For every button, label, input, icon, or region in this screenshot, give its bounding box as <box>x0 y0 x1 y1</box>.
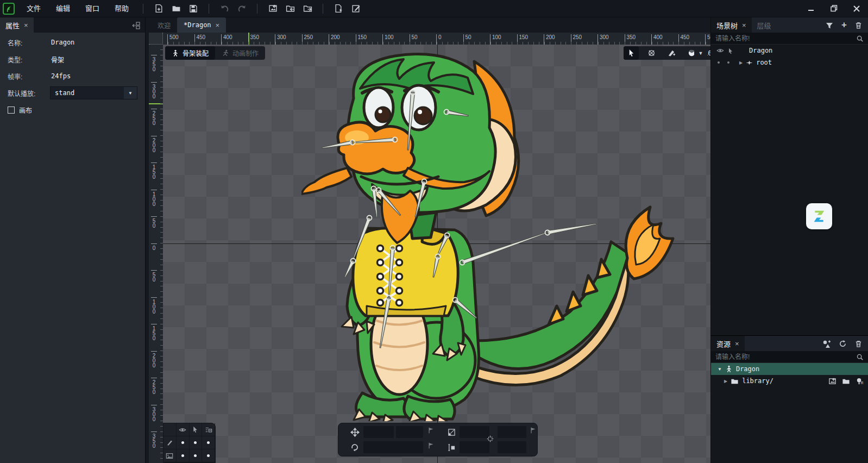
bone-joint[interactable] <box>444 110 449 115</box>
default-play-select[interactable]: stand ▼ <box>50 86 137 99</box>
tree-row-root[interactable]: ▶ root <box>711 57 868 68</box>
minimize-button[interactable] <box>800 0 822 17</box>
tab-hierarchy[interactable]: 层级 <box>752 17 777 33</box>
rotate-input[interactable] <box>363 441 423 453</box>
scale-key-flag-icon[interactable] <box>530 427 537 436</box>
bone-joint[interactable] <box>436 254 441 259</box>
tab-resources[interactable]: 资源 × <box>711 336 745 351</box>
close-icon[interactable]: × <box>216 21 220 29</box>
marquee-tool-button[interactable] <box>644 46 659 60</box>
resources-search-input[interactable] <box>715 353 856 361</box>
tab-welcome[interactable]: 欢迎 <box>151 17 177 33</box>
restore-button[interactable] <box>822 0 845 17</box>
bone-joint[interactable] <box>460 260 465 265</box>
bone-joint[interactable] <box>411 90 416 95</box>
export-button[interactable] <box>300 2 315 15</box>
bone-joint[interactable] <box>387 296 392 301</box>
refresh-icon[interactable] <box>839 339 847 348</box>
move-y-input[interactable] <box>396 426 423 438</box>
tree-row-dragon[interactable]: Dragon <box>711 45 868 57</box>
menu-window[interactable]: 窗口 <box>78 0 107 17</box>
close-icon[interactable]: × <box>742 21 746 29</box>
image-layer-icon[interactable] <box>163 449 177 462</box>
import-button[interactable] <box>283 2 297 15</box>
new-file-button[interactable] <box>152 2 166 15</box>
import-image-button[interactable] <box>266 2 280 15</box>
bone-joint[interactable] <box>350 140 355 145</box>
expander-icon[interactable]: ▼ <box>718 367 722 372</box>
bone-joint[interactable] <box>376 188 381 193</box>
ruler-corner[interactable] <box>149 33 163 45</box>
canvas-checkbox[interactable] <box>8 107 15 114</box>
save-button[interactable] <box>186 2 200 15</box>
scale-y-input[interactable] <box>498 426 526 438</box>
vertical-ruler[interactable]: 3503002502001501005005010015020025030035… <box>149 45 163 463</box>
bone-joint[interactable] <box>453 298 458 303</box>
brush-add-tool-button[interactable] <box>664 46 679 60</box>
list-settings-icon[interactable] <box>202 423 215 436</box>
search-icon[interactable] <box>856 34 864 43</box>
export-doc-button[interactable] <box>331 2 345 15</box>
expander-icon[interactable]: ▶ <box>739 60 743 65</box>
bone-layer-icon[interactable] <box>163 436 177 449</box>
app-logo-icon[interactable] <box>3 3 15 15</box>
shear-icon[interactable] <box>446 442 457 453</box>
open-file-button[interactable] <box>169 2 183 15</box>
move-icon[interactable] <box>349 427 360 437</box>
shear-y-input[interactable] <box>498 441 526 453</box>
delete-resource-icon[interactable] <box>854 339 863 348</box>
bone-joint[interactable] <box>545 230 550 235</box>
rotate-key-flag-icon[interactable] <box>427 442 435 452</box>
cursor-icon[interactable] <box>190 423 203 436</box>
resource-row-library[interactable]: ▶ library/ <box>711 375 868 387</box>
eye-icon[interactable] <box>177 423 190 436</box>
scale-icon[interactable] <box>446 427 457 437</box>
close-icon[interactable]: × <box>24 21 28 29</box>
shear-x-input[interactable] <box>460 441 489 453</box>
delete-node-icon[interactable] <box>854 20 863 30</box>
resource-row-dragon[interactable]: ▼ Dragon <box>711 363 868 375</box>
canvas-viewport[interactable]: 骨架装配 动画制作 100% ▼ <box>163 45 710 463</box>
image-selectable-toggle[interactable] <box>190 449 203 462</box>
locate-resource-icon[interactable] <box>856 377 864 385</box>
open-folder-icon[interactable] <box>842 377 850 385</box>
bone[interactable] <box>547 223 596 234</box>
scale-x-input[interactable] <box>460 426 489 438</box>
menu-help[interactable]: 帮助 <box>107 0 136 17</box>
image-option-toggle[interactable] <box>202 449 215 462</box>
lock-dot[interactable] <box>727 61 729 64</box>
bone-joint[interactable] <box>393 137 398 142</box>
rotate-icon[interactable] <box>349 442 360 453</box>
image-visible-toggle[interactable] <box>177 449 190 462</box>
bone-joint[interactable] <box>445 233 450 238</box>
menu-edit[interactable]: 编辑 <box>48 0 78 17</box>
redo-button[interactable] <box>235 2 249 15</box>
search-icon[interactable] <box>856 352 864 362</box>
chevron-down-icon[interactable]: ▼ <box>124 87 137 99</box>
tab-dragon[interactable]: *Dragon × <box>177 17 226 33</box>
close-button[interactable] <box>845 0 868 17</box>
filter-icon[interactable] <box>825 20 834 30</box>
horizontal-ruler[interactable]: 5004504003503002502001501005005010015020… <box>163 33 710 45</box>
undo-button[interactable] <box>217 2 231 15</box>
bone-joint[interactable] <box>351 259 356 264</box>
select-tool-button[interactable] <box>624 46 639 60</box>
add-resource-icon[interactable] <box>822 339 831 348</box>
move-key-flag-icon[interactable] <box>427 427 435 436</box>
bone-joint[interactable] <box>391 246 395 251</box>
bone-option-toggle[interactable] <box>202 436 215 449</box>
move-x-input[interactable] <box>363 426 394 438</box>
bone-joint[interactable] <box>422 179 427 184</box>
tab-properties[interactable]: 属性 × <box>0 17 34 33</box>
mode-rig-button[interactable]: 骨架装配 <box>165 46 215 60</box>
menu-file[interactable]: 文件 <box>19 0 48 17</box>
eye-icon[interactable] <box>716 47 724 55</box>
zoom-dropdown-button[interactable]: ▼ <box>694 46 707 60</box>
bone[interactable] <box>462 232 547 264</box>
visibility-dot[interactable] <box>718 61 720 64</box>
add-node-icon[interactable]: + <box>841 20 847 30</box>
close-icon[interactable]: × <box>735 340 739 348</box>
bone-joint[interactable] <box>367 216 372 221</box>
bone-joint[interactable] <box>372 186 376 191</box>
mode-animate-button[interactable]: 动画制作 <box>215 46 265 60</box>
